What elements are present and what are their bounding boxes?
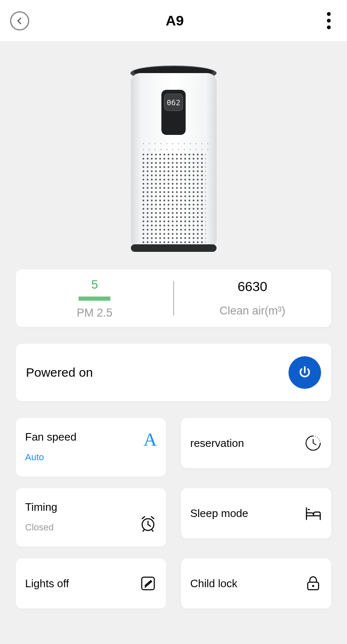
sleep-mode-tile[interactable]: Sleep mode xyxy=(181,488,331,538)
back-button[interactable] xyxy=(10,11,29,30)
lock-icon xyxy=(304,575,322,592)
device-display-value: 062 xyxy=(166,98,180,107)
pm25-label: PM 2.5 xyxy=(77,307,112,319)
controls-grid: Fan speed Auto A reservation Timing Clos… xyxy=(16,418,331,609)
page-title: A9 xyxy=(166,13,184,29)
alarm-clock-icon xyxy=(139,515,157,532)
svg-rect-5 xyxy=(131,244,217,252)
bed-icon xyxy=(304,505,322,522)
pm25-bar xyxy=(79,297,110,301)
fan-speed-title: Fan speed xyxy=(25,431,77,444)
timing-value: Closed xyxy=(25,522,57,533)
fan-speed-value: Auto xyxy=(25,452,77,463)
sleep-mode-title: Sleep mode xyxy=(190,507,248,520)
lights-off-title: Lights off xyxy=(25,577,69,590)
reservation-title: reservation xyxy=(190,437,244,450)
device-image-container: 062 xyxy=(16,42,331,269)
child-lock-title: Child lock xyxy=(190,577,237,590)
more-menu-button[interactable] xyxy=(320,8,337,33)
clean-air-section: 6630 Clean air(m³) xyxy=(174,269,332,327)
dot-icon xyxy=(327,19,331,23)
power-card: Powered on xyxy=(16,344,331,401)
screen-off-icon xyxy=(139,575,157,592)
child-lock-tile[interactable]: Child lock xyxy=(181,558,331,609)
power-icon xyxy=(297,365,312,380)
pm25-section: 5 PM 2.5 xyxy=(16,269,174,327)
main-content: 062 5 PM 2.5 6630 Clean air(m³) Powered … xyxy=(0,42,347,644)
fan-speed-tile[interactable]: Fan speed Auto A xyxy=(16,418,166,477)
device-image: 062 xyxy=(129,65,219,255)
reservation-tile[interactable]: reservation xyxy=(181,418,331,468)
chevron-left-icon xyxy=(15,17,24,25)
svg-point-13 xyxy=(312,585,314,587)
app-header: A9 xyxy=(0,0,347,42)
stats-card: 5 PM 2.5 6630 Clean air(m³) xyxy=(16,269,331,327)
pm25-value: 5 xyxy=(91,277,98,292)
clean-air-value: 6630 xyxy=(237,279,267,294)
auto-letter-icon: A xyxy=(143,431,157,448)
clock-dashed-icon xyxy=(304,434,322,452)
dot-icon xyxy=(327,25,331,29)
timing-tile[interactable]: Timing Closed xyxy=(16,488,166,547)
dot-icon xyxy=(327,12,331,16)
timing-title: Timing xyxy=(25,501,57,514)
svg-rect-8 xyxy=(138,142,210,154)
power-button[interactable] xyxy=(288,356,321,389)
clean-air-label: Clean air(m³) xyxy=(219,304,286,317)
power-status-label: Powered on xyxy=(26,365,93,380)
lights-off-tile[interactable]: Lights off xyxy=(16,558,166,609)
svg-rect-9 xyxy=(142,154,206,243)
